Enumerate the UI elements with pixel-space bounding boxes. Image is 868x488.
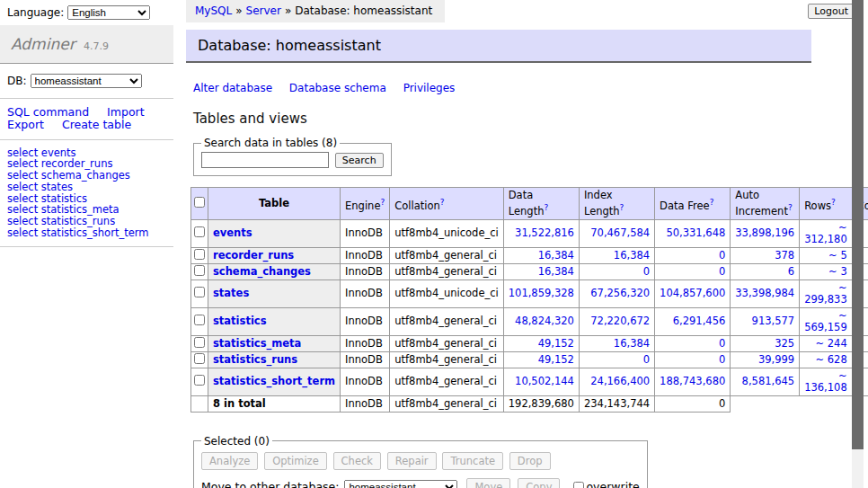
data-free-link[interactable]: 0 — [719, 249, 725, 262]
rows-count-link[interactable]: ~ 3 — [828, 265, 847, 278]
data-length-link[interactable]: 49,152 — [538, 337, 574, 350]
auto-increment-link[interactable]: 6 — [788, 265, 794, 278]
table-name-link[interactable]: statistics — [213, 315, 267, 327]
check-button[interactable]: Check — [333, 452, 381, 470]
table-name-link[interactable]: events — [213, 226, 252, 239]
index-length-link[interactable]: 67,256,320 — [590, 287, 650, 299]
data-free-link[interactable]: 0 — [719, 265, 725, 278]
row-checkbox-cell — [191, 279, 208, 307]
data-length-link[interactable]: 31,522,816 — [515, 226, 574, 239]
repair-button[interactable]: Repair — [387, 452, 437, 470]
data-free-link[interactable]: 0 — [719, 353, 725, 366]
data-length-link[interactable]: 16,384 — [538, 249, 574, 262]
data-free-link[interactable]: 0 — [719, 337, 725, 350]
table-row: schema_changesInnoDButf8mb4_general_ci16… — [191, 263, 868, 279]
db-select[interactable]: homeassistant — [31, 74, 142, 88]
table-name-link[interactable]: recorder_runs — [213, 249, 294, 262]
sidebar-item-select-statistics-short-term[interactable]: select statistics_short_term — [7, 227, 173, 239]
data-length-link[interactable]: 10,502,144 — [515, 375, 574, 387]
rows-count-link[interactable]: ~ 312,180 — [804, 221, 847, 245]
data-free-link[interactable]: 50,331,648 — [666, 226, 725, 239]
rows-count-link[interactable]: ~ 5 — [828, 249, 847, 262]
index-length-link[interactable]: 0 — [643, 265, 650, 278]
auto-increment-link[interactable]: 33,398,984 — [735, 287, 794, 299]
sidebar-link-export[interactable]: Export — [7, 118, 44, 131]
database-schema-link[interactable]: Database schema — [289, 82, 386, 94]
index-length-link[interactable]: 72,220,672 — [590, 315, 650, 327]
optimize-button[interactable]: Optimize — [264, 452, 327, 470]
breadcrumb-server-link[interactable]: Server — [246, 4, 281, 17]
drop-button[interactable]: Drop — [509, 452, 551, 470]
breadcrumb-mysql-link[interactable]: MySQL — [195, 4, 232, 17]
copy-button[interactable]: Copy — [518, 478, 560, 488]
move-button[interactable]: Move — [466, 478, 510, 488]
truncate-button[interactable]: Truncate — [442, 452, 503, 470]
table-name-cell: states — [208, 279, 341, 307]
doc-link-icon[interactable]: ? — [788, 203, 793, 212]
doc-link-icon[interactable]: ? — [380, 198, 385, 207]
table-name-link[interactable]: statistics_short_term — [213, 375, 335, 387]
row-checkbox[interactable] — [194, 315, 205, 325]
data-free-link[interactable]: 188,743,680 — [660, 375, 725, 387]
sidebar-item-select-statistics-runs[interactable]: select statistics_runs — [7, 216, 173, 227]
data-free-link[interactable]: 6,291,456 — [673, 315, 726, 327]
row-checkbox[interactable] — [194, 287, 205, 297]
sidebar-link-import[interactable]: Import — [107, 105, 145, 119]
index-length-link[interactable]: 16,384 — [614, 337, 650, 350]
app-version[interactable]: 4.7.9 — [84, 40, 109, 52]
total-label-cell: 8 in total — [208, 395, 341, 412]
doc-link-icon[interactable]: ? — [440, 198, 445, 207]
search-button[interactable]: Search — [335, 153, 384, 168]
rows-count-link[interactable]: ~ 628 — [815, 353, 846, 366]
index-length-link[interactable]: 70,467,584 — [590, 226, 650, 239]
data-length-link[interactable]: 48,824,320 — [515, 315, 574, 327]
scrollbar-thumb[interactable] — [852, 0, 864, 449]
data-free-link[interactable]: 104,857,600 — [660, 287, 725, 299]
sidebar-item-select-schema-changes[interactable]: select schema_changes — [7, 170, 173, 182]
row-checkbox[interactable] — [194, 226, 205, 237]
analyze-button[interactable]: Analyze — [201, 452, 258, 470]
index-length-link[interactable]: 24,166,400 — [590, 375, 650, 387]
sidebar-link-sql-command[interactable]: SQL command — [7, 105, 89, 119]
rows-count-link[interactable]: ~ 569,159 — [804, 309, 847, 333]
auto-increment-link[interactable]: 8,581,645 — [742, 375, 795, 387]
auto-increment-link[interactable]: 33,898,196 — [735, 226, 794, 239]
doc-link-icon[interactable]: ? — [620, 203, 624, 212]
alter-database-link[interactable]: Alter database — [193, 82, 272, 94]
auto-increment-link[interactable]: 39,999 — [758, 353, 794, 366]
privileges-link[interactable]: Privileges — [403, 82, 456, 94]
sidebar-link-create-table[interactable]: Create table — [62, 118, 131, 131]
select-all-checkbox[interactable] — [194, 197, 205, 208]
index-length-link[interactable]: 16,384 — [614, 249, 650, 262]
table-name-link[interactable]: statistics_meta — [213, 337, 301, 350]
move-database-select[interactable]: homeassistant — [344, 480, 457, 488]
rows-count-link[interactable]: ~ 136,108 — [804, 369, 847, 394]
rows-count-link[interactable]: ~ 299,833 — [804, 281, 847, 306]
index-length-link[interactable]: 0 — [643, 353, 650, 366]
row-checkbox[interactable] — [194, 265, 205, 276]
search-input[interactable] — [201, 152, 329, 168]
logout-button[interactable]: Logout — [808, 4, 855, 19]
auto-increment-link[interactable]: 913,577 — [752, 315, 795, 327]
language-select[interactable]: English — [67, 5, 150, 20]
table-name-link[interactable]: states — [213, 287, 249, 299]
auto-increment-link[interactable]: 378 — [775, 249, 794, 262]
data-length-link[interactable]: 16,384 — [538, 265, 574, 278]
row-checkbox[interactable] — [194, 249, 205, 260]
doc-link-icon[interactable]: ? — [710, 198, 714, 207]
app-name[interactable]: Adminer — [11, 35, 75, 53]
table-name-link[interactable]: statistics_runs — [213, 353, 297, 366]
row-checkbox[interactable] — [194, 353, 205, 364]
overwrite-label: overwrite — [570, 480, 639, 488]
doc-link-icon[interactable]: ? — [831, 198, 836, 207]
table-name-link[interactable]: schema_changes — [213, 265, 311, 278]
auto-increment-link[interactable]: 325 — [775, 337, 794, 350]
doc-link-icon[interactable]: ? — [544, 203, 548, 212]
sidebar-item-select-states[interactable]: select states — [7, 182, 173, 193]
overwrite-checkbox[interactable] — [573, 482, 584, 488]
data-length-link[interactable]: 101,859,328 — [509, 287, 574, 299]
row-checkbox[interactable] — [194, 337, 205, 348]
rows-count-link[interactable]: ~ 244 — [815, 337, 846, 350]
row-checkbox[interactable] — [194, 375, 205, 386]
data-length-link[interactable]: 49,152 — [538, 353, 574, 366]
